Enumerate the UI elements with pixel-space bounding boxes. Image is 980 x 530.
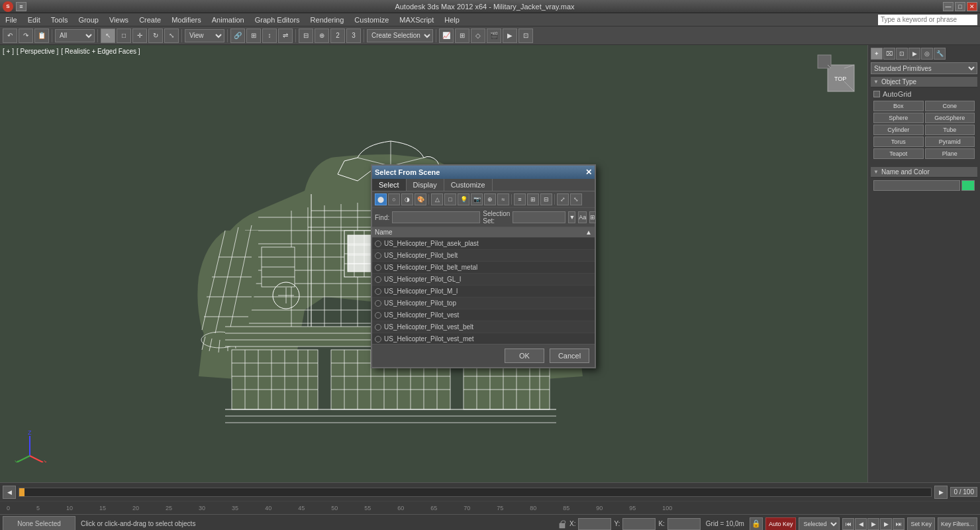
- menu-maxscript[interactable]: MAXScript: [397, 15, 436, 25]
- search-input[interactable]: [878, 15, 977, 25]
- dialog-tab-customize[interactable]: Customize: [444, 179, 493, 191]
- z-coord-input[interactable]: [667, 518, 701, 530]
- play-button[interactable]: ▶: [867, 518, 879, 530]
- move-tool[interactable]: ✛: [132, 28, 147, 43]
- render-last[interactable]: ⊡: [518, 28, 533, 43]
- go-to-end-button[interactable]: ⏭: [893, 518, 905, 530]
- geosphere-button[interactable]: GeoSphere: [925, 113, 975, 123]
- dialog-list-item[interactable]: US_Helicopter_Pilot_GL_l: [372, 274, 595, 286]
- menu-help[interactable]: Help: [442, 15, 462, 25]
- box-button[interactable]: Box: [873, 101, 924, 111]
- select-region-tool[interactable]: □: [117, 28, 131, 43]
- align-tool[interactable]: ⊟: [299, 28, 313, 43]
- dlg-collapse[interactable]: ⤡: [570, 193, 582, 205]
- dialog-list-item[interactable]: US_Helicopter_Pilot_top: [372, 297, 595, 309]
- right-tab-hierarchy[interactable]: ⊡: [896, 48, 908, 60]
- render-frame[interactable]: ▶: [503, 28, 517, 43]
- snap2d[interactable]: 2: [330, 28, 345, 43]
- track-right-btn[interactable]: ▶: [934, 486, 948, 499]
- dlg-select-none[interactable]: ○: [388, 193, 400, 205]
- cone-button[interactable]: Cone: [925, 101, 975, 111]
- right-tab-utilities[interactable]: 🔧: [934, 48, 946, 60]
- menu-create[interactable]: Create: [136, 15, 164, 25]
- standard-primitives-dropdown[interactable]: Standard Primitives: [871, 62, 977, 74]
- dlg-lights[interactable]: 💡: [458, 193, 469, 205]
- autogrid-checkbox[interactable]: [873, 91, 880, 97]
- undo-button[interactable]: ↶: [3, 28, 17, 43]
- snap-toggle[interactable]: ⊕: [315, 28, 329, 43]
- viewport[interactable]: [ + ] [ Perspective ] [ Realistic + Edge…: [0, 45, 867, 482]
- cylinder-button[interactable]: Cylinder: [873, 125, 924, 135]
- menu-edit[interactable]: Edit: [25, 15, 43, 25]
- timeline-slider[interactable]: [19, 488, 932, 497]
- menu-file[interactable]: File: [3, 15, 20, 25]
- torus-button[interactable]: Torus: [873, 136, 924, 147]
- x-coord-input[interactable]: [578, 518, 611, 530]
- object-type-header[interactable]: ▼ Object Type: [871, 77, 977, 87]
- set-key-button[interactable]: Set Key: [907, 517, 935, 531]
- dialog-cancel-button[interactable]: Cancel: [550, 348, 589, 363]
- minimize-button[interactable]: —: [943, 2, 954, 11]
- dlg-list-influences[interactable]: ⊞: [527, 193, 539, 205]
- key-filters-button[interactable]: Key Filters...: [938, 517, 977, 531]
- scene-button[interactable]: 📋: [34, 28, 49, 43]
- navigation-cube[interactable]: TOP: [814, 52, 861, 98]
- auto-key-button[interactable]: Auto Key: [765, 517, 797, 531]
- dialog-list-item[interactable]: US_Helicopter_Pilot_vest_met: [372, 333, 595, 344]
- scale-tool[interactable]: ⤡: [164, 28, 179, 43]
- dialog-object-list[interactable]: US_Helicopter_Pilot_asek_plastUS_Helicop…: [372, 238, 595, 344]
- dlg-select-by-color[interactable]: 🎨: [415, 193, 426, 205]
- selection-status[interactable]: None Selected: [3, 516, 75, 531]
- tube-button[interactable]: Tube: [925, 125, 975, 135]
- lock-toggle[interactable]: 🔒: [750, 517, 763, 531]
- dlg-select-all[interactable]: ⬤: [375, 193, 387, 205]
- redo-button[interactable]: ↷: [19, 28, 33, 43]
- dlg-find-options[interactable]: ▼: [568, 211, 575, 223]
- select-tool[interactable]: ↖: [101, 28, 115, 43]
- dialog-list-item[interactable]: US_Helicopter_Pilot_belt: [372, 250, 595, 262]
- menu-customize[interactable]: Customize: [352, 15, 391, 25]
- dlg-cameras[interactable]: 📷: [471, 193, 483, 205]
- dlg-list-types[interactable]: ≡: [514, 193, 526, 205]
- mirror-tool[interactable]: ⇌: [278, 28, 293, 43]
- dlg-list-all[interactable]: ⊟: [540, 193, 552, 205]
- maximize-button[interactable]: □: [955, 2, 965, 11]
- y-coord-input[interactable]: [622, 518, 656, 530]
- set-key-dropdown[interactable]: Selected: [799, 517, 840, 531]
- dlg-invert[interactable]: ◑: [401, 193, 413, 205]
- system-menu-icon[interactable]: ≡: [16, 2, 26, 11]
- bind-space-warp[interactable]: ⊞: [246, 28, 261, 43]
- dlg-geometry[interactable]: △: [431, 193, 443, 205]
- track-left-btn[interactable]: ◀: [3, 486, 16, 499]
- link-button[interactable]: 🔗: [230, 28, 245, 43]
- pyramid-button[interactable]: Pyramid: [925, 136, 975, 147]
- dlg-spacewarps[interactable]: ≈: [497, 193, 509, 205]
- dialog-tab-select[interactable]: Select: [372, 179, 407, 191]
- select-from-scene-dialog[interactable]: Select From Scene ✕ Select Display Custo…: [371, 164, 596, 368]
- right-tab-display[interactable]: ◎: [921, 48, 933, 60]
- close-button[interactable]: ✕: [967, 2, 977, 11]
- rotate-tool[interactable]: ↻: [148, 28, 163, 43]
- dlg-case-sensitive[interactable]: Aa: [578, 211, 587, 223]
- render-setup[interactable]: 🎬: [487, 28, 501, 43]
- menu-graph-editors[interactable]: Graph Editors: [252, 15, 303, 25]
- dialog-list-item[interactable]: US_Helicopter_Pilot_asek_plast: [372, 238, 595, 250]
- snap3d[interactable]: 3: [346, 28, 361, 43]
- name-color-header[interactable]: ▼ Name and Color: [871, 167, 977, 178]
- dialog-tab-display[interactable]: Display: [407, 179, 444, 191]
- prev-frame-button[interactable]: ◀: [855, 518, 867, 530]
- dlg-helpers[interactable]: ⊕: [484, 193, 496, 205]
- right-tab-create[interactable]: ✦: [871, 48, 883, 60]
- object-name-input[interactable]: [873, 180, 960, 191]
- view-mode-dropdown[interactable]: View: [185, 29, 224, 42]
- menu-group[interactable]: Group: [75, 15, 101, 25]
- selection-set-input[interactable]: [513, 211, 565, 223]
- curve-editor[interactable]: 📈: [439, 28, 454, 43]
- schematic-view[interactable]: ⊞: [455, 28, 469, 43]
- dlg-shapes[interactable]: □: [444, 193, 456, 205]
- menu-rendering[interactable]: Rendering: [308, 15, 347, 25]
- plane-button[interactable]: Plane: [925, 148, 975, 159]
- dialog-list-item[interactable]: US_Helicopter_Pilot_M_l: [372, 286, 595, 297]
- dialog-ok-button[interactable]: OK: [505, 348, 544, 363]
- next-frame-button[interactable]: ▶: [880, 518, 892, 530]
